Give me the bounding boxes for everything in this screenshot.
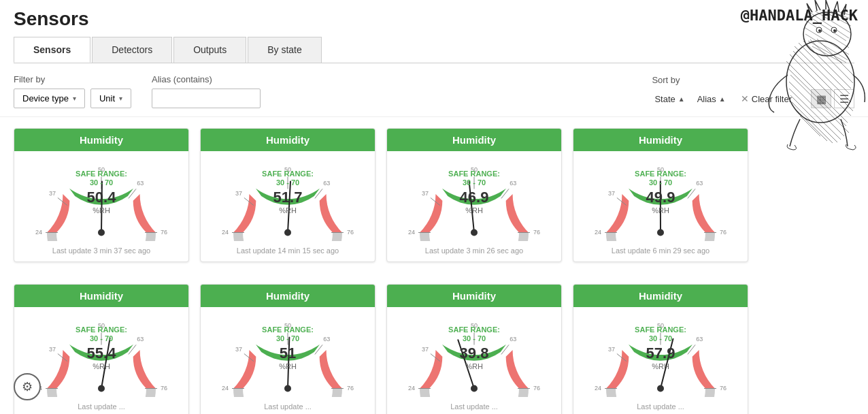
gauge-unit: %RH: [262, 362, 314, 370]
svg-point-92: [98, 385, 105, 392]
svg-line-39: [129, 189, 136, 198]
svg-point-116: [471, 385, 478, 392]
sort-state-btn[interactable]: State ▲: [652, 93, 687, 106]
safe-range-label: SAFE RANGE:30 - 70: [76, 325, 127, 343]
gauge-value: 39.8: [448, 345, 500, 362]
svg-line-8: [803, 41, 851, 89]
gauge-text: SAFE RANGE:30 - 70 51.7 %RH: [262, 170, 314, 214]
svg-text:24: 24: [222, 229, 229, 236]
last-update: Last update ...: [264, 402, 312, 411]
svg-line-11: [789, 82, 844, 136]
device-type-arrow: ▾: [73, 95, 76, 102]
svg-text:63: 63: [510, 336, 516, 343]
gauge-text: SAFE RANGE:30 - 70 50.4 %RH: [76, 170, 127, 214]
card-header: Humidity: [573, 129, 748, 151]
sensor-card: Humidity 2437506376 SAFE RANGE:30 - 70 4…: [573, 128, 748, 262]
svg-text:76: 76: [347, 229, 354, 236]
unit-dropdown[interactable]: Unit ▾: [90, 89, 131, 108]
svg-text:37: 37: [422, 190, 429, 197]
svg-text:63: 63: [137, 336, 144, 343]
svg-line-2: [793, 51, 853, 111]
gauge-container: 2437506376 SAFE RANGE:30 - 70 51.7 %RH: [213, 159, 363, 241]
gauge-unit: %RH: [635, 206, 686, 214]
alias-input[interactable]: [152, 89, 261, 108]
alias-label: Alias (contains): [152, 74, 261, 84]
safe-range-label: SAFE RANGE:30 - 70: [448, 325, 500, 343]
svg-text:63: 63: [137, 180, 144, 187]
gauge-value: 50.4: [76, 189, 127, 206]
card-header: Humidity: [387, 285, 561, 307]
gauge-text: SAFE RANGE:30 - 70 49.9 %RH: [635, 170, 686, 214]
svg-text:37: 37: [235, 190, 242, 197]
svg-line-63: [501, 189, 509, 198]
svg-line-12: [789, 89, 841, 140]
sensor-card: Humidity 2437506376 SAFE RANGE:30 - 70 4…: [386, 128, 562, 262]
svg-point-68: [471, 229, 478, 236]
card-body: 2437506376 SAFE RANGE:30 - 70 57.9 %RH L…: [573, 307, 748, 414]
filter-dropdowns: Device type ▾ Unit ▾: [14, 89, 131, 108]
safe-range-label: SAFE RANGE:30 - 70: [448, 170, 500, 187]
tab-sensors[interactable]: Sensors: [14, 37, 90, 63]
safe-range-label: SAFE RANGE:30 - 70: [635, 325, 686, 343]
svg-line-99: [315, 345, 322, 354]
svg-point-56: [284, 229, 291, 236]
card-header: Humidity: [201, 285, 375, 307]
svg-line-4: [788, 68, 846, 126]
gauge-unit: %RH: [76, 362, 127, 370]
svg-text:37: 37: [608, 346, 615, 353]
tab-by-state[interactable]: By state: [248, 37, 322, 63]
card-header: Humidity: [14, 129, 188, 151]
svg-text:76: 76: [347, 385, 354, 392]
card-header: Humidity: [14, 285, 188, 307]
gauge-text: SAFE RANGE:30 - 70 39.8 %RH: [448, 325, 500, 370]
gauge-text: SAFE RANGE:30 - 70 57.9 %RH: [635, 325, 686, 370]
gauge-container: 2437506376 SAFE RANGE:30 - 70 55.4 %RH: [27, 315, 176, 397]
svg-text:24: 24: [595, 385, 601, 392]
card-body: 2437506376 SAFE RANGE:30 - 70 51.7 %RH L…: [201, 151, 375, 261]
svg-text:24: 24: [35, 229, 42, 236]
device-type-dropdown[interactable]: Device type ▾: [14, 89, 85, 108]
card-header: Humidity: [201, 129, 375, 151]
sort-alias-btn[interactable]: Alias ▲: [695, 93, 729, 106]
svg-text:37: 37: [422, 346, 429, 353]
tab-outputs[interactable]: Outputs: [173, 37, 246, 63]
safe-range-label: SAFE RANGE:30 - 70: [635, 170, 686, 187]
svg-text:76: 76: [161, 229, 167, 236]
svg-text:76: 76: [533, 229, 540, 236]
card-body: 2437506376 SAFE RANGE:30 - 70 39.8 %RH L…: [387, 307, 561, 414]
svg-text:76: 76: [720, 385, 727, 392]
gauge-container: 2437506376 SAFE RANGE:30 - 70 50.4 %RH: [27, 159, 176, 241]
svg-line-51: [315, 189, 322, 198]
sensor-card: Humidity 2437506376 SAFE RANGE:30 - 70 5…: [200, 284, 375, 414]
gauge-container: 2437506376 SAFE RANGE:30 - 70 46.9 %RH: [399, 159, 549, 241]
svg-text:76: 76: [720, 229, 727, 236]
card-body: 2437506376 SAFE RANGE:30 - 70 55.4 %RH L…: [14, 307, 188, 414]
svg-line-87: [129, 345, 136, 354]
gauge-value: 46.9: [448, 189, 500, 206]
gauge-text: SAFE RANGE:30 - 70 46.9 %RH: [448, 170, 500, 214]
gauge-value: 49.9: [635, 189, 686, 206]
sort-alias-label: Alias: [697, 94, 716, 104]
svg-text:63: 63: [696, 336, 703, 343]
last-update: Last update 6 min 29 sec ago: [612, 246, 710, 255]
gauge-unit: %RH: [448, 362, 500, 370]
card-body: 2437506376 SAFE RANGE:30 - 70 50.4 %RH L…: [14, 151, 188, 261]
settings-button[interactable]: ⚙: [14, 373, 41, 400]
card-body: 2437506376 SAFE RANGE:30 - 70 49.9 %RH L…: [573, 151, 748, 261]
filter-by-label: Filter by: [14, 74, 131, 84]
tab-detectors[interactable]: Detectors: [92, 37, 172, 63]
sort-state-label: State: [654, 94, 675, 104]
last-update: Last update ...: [637, 402, 684, 411]
unit-label: Unit: [99, 93, 115, 104]
gauge-unit: %RH: [635, 362, 686, 370]
svg-line-75: [688, 189, 695, 198]
svg-text:63: 63: [510, 180, 516, 187]
svg-text:37: 37: [608, 190, 615, 197]
svg-line-123: [688, 345, 695, 354]
unit-arrow: ▾: [119, 95, 122, 102]
svg-point-44: [98, 229, 105, 236]
svg-line-13: [790, 95, 837, 142]
sort-alias-arrow: ▲: [719, 95, 726, 103]
sensor-card: Humidity 2437506376 SAFE RANGE:30 - 70 3…: [386, 284, 562, 414]
gauge-container: 2437506376 SAFE RANGE:30 - 70 51 %RH: [213, 315, 363, 397]
